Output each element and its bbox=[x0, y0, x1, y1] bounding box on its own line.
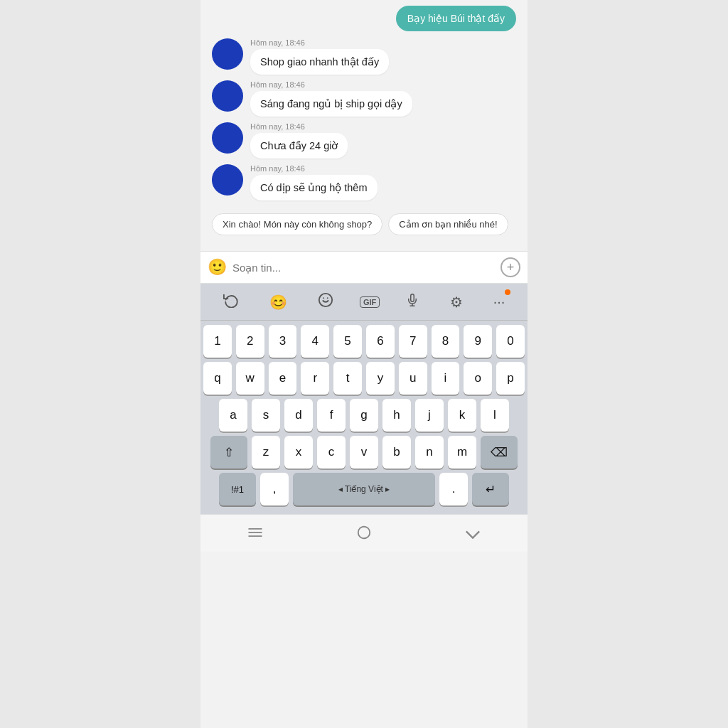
key-0[interactable]: 0 bbox=[496, 325, 525, 358]
key-h[interactable]: h bbox=[382, 399, 411, 432]
key-s[interactable]: s bbox=[252, 399, 280, 432]
bottom-row: !#1 , ◂ Tiếng Việt ▸ . ↵ bbox=[203, 473, 525, 505]
key-n[interactable]: n bbox=[415, 436, 444, 469]
key-l[interactable]: l bbox=[481, 399, 509, 432]
add-button[interactable]: + bbox=[500, 257, 520, 277]
message-content: Hôm nay, 18:46 Shop giao nhanh thật đấy bbox=[250, 38, 389, 75]
emoji-button[interactable]: 🙂 bbox=[208, 258, 227, 277]
phone-container: Bạy hiệu Búi thật đấy Hôm nay, 18:46 Sho… bbox=[200, 0, 528, 728]
key-i[interactable]: i bbox=[432, 362, 460, 395]
message-time: Hôm nay, 18:46 bbox=[250, 122, 348, 131]
notification-dot bbox=[505, 289, 510, 295]
recents-nav-icon[interactable] bbox=[465, 525, 481, 544]
zxcv-row: ⇧ z x c v b n m ⌫ bbox=[203, 436, 525, 469]
message-time: Hôm nay, 18:46 bbox=[250, 164, 378, 173]
chat-area: Bạy hiệu Búi thật đấy Hôm nay, 18:46 Sho… bbox=[200, 0, 528, 251]
key-t[interactable]: t bbox=[333, 362, 362, 395]
key-g[interactable]: g bbox=[350, 399, 378, 432]
comma-key[interactable]: , bbox=[260, 473, 289, 505]
qwerty-row: q w e r t y u i o p bbox=[203, 362, 525, 395]
quick-reply-1[interactable]: Cảm ơn bạn nhiều nhé! bbox=[388, 213, 508, 235]
quick-replies: Xin chào! Món này còn không shop? Cảm ơn… bbox=[212, 206, 516, 244]
key-q[interactable]: q bbox=[203, 362, 232, 395]
settings-icon[interactable]: ⚙ bbox=[446, 291, 467, 314]
message-content: Hôm nay, 18:46 Chưa đầy 24 giờ bbox=[250, 122, 348, 159]
quick-reply-0[interactable]: Xin chào! Món này còn không shop? bbox=[212, 213, 382, 235]
keyboard: 1 2 3 4 5 6 7 8 9 0 q w e r t y u i o p … bbox=[200, 321, 528, 514]
avatar bbox=[212, 122, 243, 154]
top-message-row: Bạy hiệu Búi thật đấy bbox=[212, 0, 516, 38]
backspace-key[interactable]: ⌫ bbox=[481, 436, 518, 469]
nav-bar bbox=[200, 514, 528, 552]
message-row: Hôm nay, 18:46 Sáng đang ngủ bị ship gọi… bbox=[212, 80, 516, 117]
more-icon[interactable]: ··· bbox=[489, 291, 510, 313]
key-e[interactable]: e bbox=[269, 362, 297, 395]
key-x[interactable]: x bbox=[284, 436, 313, 469]
key-4[interactable]: 4 bbox=[301, 325, 329, 358]
key-3[interactable]: 3 bbox=[269, 325, 297, 358]
input-bar: 🙂 + bbox=[200, 251, 528, 284]
key-c[interactable]: c bbox=[317, 436, 346, 469]
key-p[interactable]: p bbox=[496, 362, 525, 395]
avatar bbox=[212, 80, 243, 112]
message-bubble: Sáng đang ngủ bị ship gọi dậy bbox=[250, 91, 412, 117]
gif-button[interactable]: GIF bbox=[360, 296, 380, 308]
message-bubble: Có dịp sẽ ủng hộ thêm bbox=[250, 175, 378, 200]
key-9[interactable]: 9 bbox=[464, 325, 492, 358]
key-6[interactable]: 6 bbox=[366, 325, 395, 358]
key-o[interactable]: o bbox=[464, 362, 492, 395]
shift-key[interactable]: ⇧ bbox=[210, 436, 247, 469]
undo-icon[interactable] bbox=[219, 289, 243, 314]
teal-bubble: Bạy hiệu Búi thật đấy bbox=[396, 6, 516, 31]
message-time: Hôm nay, 18:46 bbox=[250, 80, 412, 89]
message-input[interactable] bbox=[232, 262, 500, 274]
emoji-toolbar-icon[interactable]: 😊 bbox=[265, 291, 291, 314]
key-5[interactable]: 5 bbox=[333, 325, 362, 358]
home-nav-icon[interactable] bbox=[356, 525, 372, 545]
key-f[interactable]: f bbox=[317, 399, 346, 432]
back-nav-icon[interactable] bbox=[247, 525, 263, 545]
enter-key[interactable]: ↵ bbox=[472, 473, 509, 505]
asdf-row: a s d f g h j k l bbox=[203, 399, 525, 432]
avatar bbox=[212, 164, 243, 196]
key-z[interactable]: z bbox=[252, 436, 280, 469]
key-w[interactable]: w bbox=[236, 362, 264, 395]
key-a[interactable]: a bbox=[219, 399, 247, 432]
avatar bbox=[212, 38, 243, 70]
key-y[interactable]: y bbox=[366, 362, 395, 395]
key-m[interactable]: m bbox=[448, 436, 476, 469]
key-k[interactable]: k bbox=[448, 399, 476, 432]
mic-icon[interactable] bbox=[402, 289, 423, 314]
keyboard-toolbar: 😊 GIF ⚙ ··· bbox=[200, 284, 528, 321]
number-row: 1 2 3 4 5 6 7 8 9 0 bbox=[203, 325, 525, 358]
message-content: Hôm nay, 18:46 Sáng đang ngủ bị ship gọi… bbox=[250, 80, 412, 117]
key-r[interactable]: r bbox=[301, 362, 329, 395]
space-key[interactable]: ◂ Tiếng Việt ▸ bbox=[293, 473, 435, 505]
message-row: Hôm nay, 18:46 Chưa đầy 24 giờ bbox=[212, 122, 516, 159]
key-b[interactable]: b bbox=[382, 436, 411, 469]
key-j[interactable]: j bbox=[415, 399, 444, 432]
message-bubble: Shop giao nhanh thật đấy bbox=[250, 49, 389, 75]
svg-point-8 bbox=[358, 527, 370, 539]
message-content: Hôm nay, 18:46 Có dịp sẽ ủng hộ thêm bbox=[250, 164, 378, 200]
key-1[interactable]: 1 bbox=[203, 325, 232, 358]
sticker-icon[interactable] bbox=[314, 289, 338, 314]
key-d[interactable]: d bbox=[284, 399, 313, 432]
key-u[interactable]: u bbox=[399, 362, 427, 395]
key-8[interactable]: 8 bbox=[432, 325, 460, 358]
key-7[interactable]: 7 bbox=[399, 325, 427, 358]
message-bubble: Chưa đầy 24 giờ bbox=[250, 133, 348, 159]
message-row: Hôm nay, 18:46 Có dịp sẽ ủng hộ thêm bbox=[212, 164, 516, 200]
key-v[interactable]: v bbox=[350, 436, 378, 469]
message-time: Hôm nay, 18:46 bbox=[250, 38, 389, 47]
num-key[interactable]: !#1 bbox=[219, 473, 256, 505]
svg-point-0 bbox=[319, 294, 332, 306]
key-2[interactable]: 2 bbox=[236, 325, 264, 358]
period-key[interactable]: . bbox=[439, 473, 468, 505]
message-row: Hôm nay, 18:46 Shop giao nhanh thật đấy bbox=[212, 38, 516, 75]
